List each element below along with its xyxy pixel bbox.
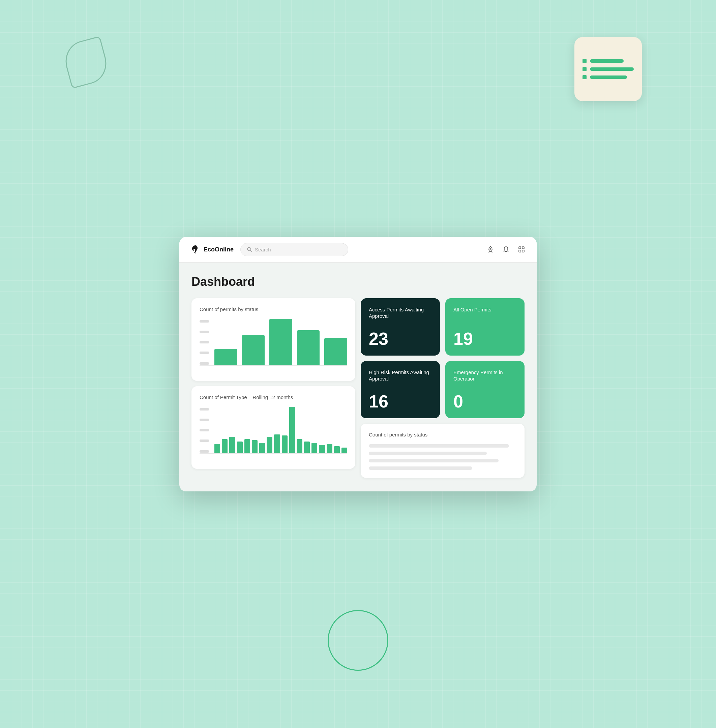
y-label-2 xyxy=(200,429,209,431)
svg-rect-3 xyxy=(519,247,521,249)
bar2-7 xyxy=(259,443,265,453)
bar2-11 xyxy=(289,407,295,453)
y-label xyxy=(200,362,209,365)
search-placeholder: Search xyxy=(255,247,271,252)
all-open-permits-label: All Open Permits xyxy=(454,306,516,313)
chart-2-title: Count of Permit Type – Rolling 12 months xyxy=(200,394,347,400)
top-nav: EcoOnline Search xyxy=(179,237,537,262)
skeleton-lines xyxy=(369,444,516,470)
bar2-14 xyxy=(311,443,317,453)
bar2-15 xyxy=(319,445,325,453)
access-permits-label: Access Permits Awaiting Approval xyxy=(369,306,432,320)
svg-rect-4 xyxy=(522,247,524,249)
bar-chart-2-bars xyxy=(200,407,347,454)
y-label-2 xyxy=(200,408,209,411)
emergency-permits-label: Emergency Permits in Operation xyxy=(454,369,516,382)
access-permits-value: 23 xyxy=(369,330,432,347)
stats-row-top: Access Permits Awaiting Approval 23 All … xyxy=(361,298,525,356)
all-open-permits-card[interactable]: All Open Permits 19 xyxy=(445,298,525,356)
dashboard-grid: Count of permits by status xyxy=(191,298,525,478)
logo-svg-icon xyxy=(190,244,201,255)
y-label-2 xyxy=(200,450,209,453)
circle-decoration xyxy=(328,610,388,671)
app-window: EcoOnline Search xyxy=(179,237,537,491)
y-axis-labels xyxy=(200,319,209,366)
icon-row-2 xyxy=(583,67,634,71)
high-risk-permits-label: High Risk Permits Awaiting Approval xyxy=(369,369,432,382)
logo-area: EcoOnline xyxy=(190,244,234,255)
icon-line-3 xyxy=(590,76,627,79)
bar-4 xyxy=(297,330,320,366)
search-bar[interactable]: Search xyxy=(240,243,348,256)
page-title: Dashboard xyxy=(191,275,525,289)
emergency-permits-value: 0 xyxy=(454,393,516,410)
y-label xyxy=(200,341,209,343)
bell-icon[interactable] xyxy=(502,245,510,254)
y-label xyxy=(200,331,209,333)
y-label xyxy=(200,320,209,323)
bar2-6 xyxy=(252,440,258,453)
bar2-2 xyxy=(222,439,228,453)
nav-icons xyxy=(486,245,526,254)
bar-3 xyxy=(269,319,292,366)
icon-dot-1 xyxy=(583,59,587,63)
bar2-17 xyxy=(334,446,340,453)
bar2-5 xyxy=(244,439,250,453)
icon-dot-3 xyxy=(583,75,587,79)
svg-rect-6 xyxy=(522,250,524,252)
icon-card xyxy=(575,37,642,101)
bar-2 xyxy=(242,335,265,366)
y-label-2 xyxy=(200,440,209,442)
permits-by-status-chart-card: Count of permits by status xyxy=(191,298,355,381)
search-icon xyxy=(247,247,252,252)
bar-chart-1-bars xyxy=(200,319,347,366)
svg-point-2 xyxy=(490,249,491,250)
all-open-permits-value: 19 xyxy=(454,330,516,347)
stats-row-bottom: High Risk Permits Awaiting Approval 16 E… xyxy=(361,361,525,418)
icon-line-1 xyxy=(590,59,623,63)
y-label-2 xyxy=(200,419,209,421)
bar2-16 xyxy=(327,444,332,453)
y-label xyxy=(200,352,209,354)
leaf-decoration xyxy=(61,36,111,89)
skeleton-line-4 xyxy=(369,466,472,470)
left-column: Count of permits by status xyxy=(191,298,355,478)
bar2-8 xyxy=(267,437,272,453)
logo-text: EcoOnline xyxy=(203,246,234,253)
bar2-3 xyxy=(229,437,235,453)
rocket-icon[interactable] xyxy=(486,245,495,254)
bar2-13 xyxy=(304,441,310,453)
access-permits-card[interactable]: Access Permits Awaiting Approval 23 xyxy=(361,298,440,356)
skeleton-line-1 xyxy=(369,444,509,447)
bottom-chart-title: Count of permits by status xyxy=(369,432,516,437)
high-risk-permits-card[interactable]: High Risk Permits Awaiting Approval 16 xyxy=(361,361,440,418)
bar2-10 xyxy=(282,435,288,453)
skeleton-line-3 xyxy=(369,459,499,463)
emergency-permits-card[interactable]: Emergency Permits in Operation 0 xyxy=(445,361,525,418)
bar-5 xyxy=(324,338,347,365)
bar2-18 xyxy=(341,447,347,453)
skeleton-line-2 xyxy=(369,452,487,455)
y-axis-labels-2 xyxy=(200,407,209,454)
permit-type-rolling-chart-card: Count of Permit Type – Rolling 12 months xyxy=(191,386,355,469)
high-risk-permits-value: 16 xyxy=(369,393,432,410)
bar2-4 xyxy=(237,441,243,453)
page-content: Dashboard Count of permits by status xyxy=(179,262,537,491)
icon-row-1 xyxy=(583,59,634,63)
bar2-12 xyxy=(297,439,302,453)
grid-icon[interactable] xyxy=(517,245,526,254)
bar-1 xyxy=(214,349,237,365)
bar2-9 xyxy=(274,434,280,453)
svg-line-1 xyxy=(250,250,252,252)
icon-line-2 xyxy=(590,67,634,71)
right-column: Access Permits Awaiting Approval 23 All … xyxy=(361,298,525,478)
bar2-1 xyxy=(214,444,220,453)
chart-1-title: Count of permits by status xyxy=(200,306,347,312)
svg-rect-5 xyxy=(519,250,521,252)
bottom-chart-card: Count of permits by status xyxy=(361,424,525,478)
icon-row-3 xyxy=(583,75,634,79)
icon-dot-2 xyxy=(583,67,587,71)
